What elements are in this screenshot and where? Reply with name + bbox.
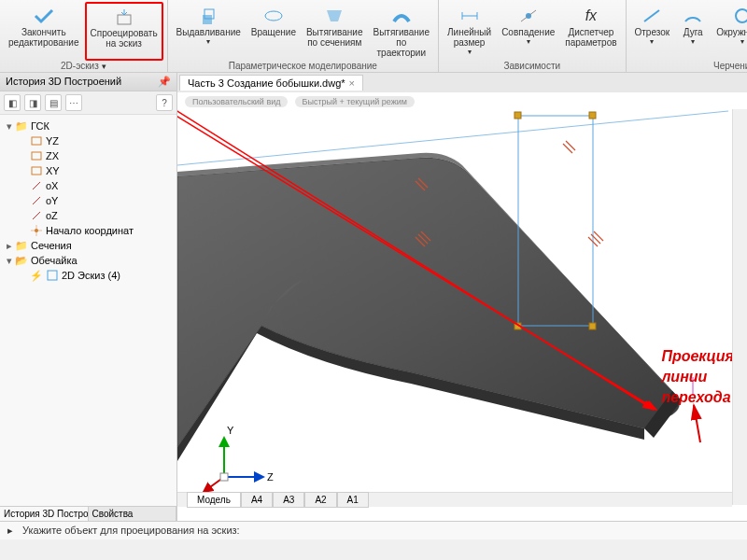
loft-button[interactable]: Вытягиваниепо сечениям: [302, 2, 368, 61]
vertical-scrollbar[interactable]: [732, 109, 747, 505]
dimension-icon: [457, 5, 483, 27]
tool-layers-icon[interactable]: ▤: [45, 94, 62, 111]
expand-icon[interactable]: ▸: [4, 240, 15, 252]
tool-help-icon[interactable]: ?: [156, 94, 173, 111]
line-button[interactable]: Отрезок ▾: [630, 2, 675, 61]
svg-line-36: [694, 405, 700, 442]
axis-gizmo[interactable]: X Y Z: [196, 419, 280, 503]
folder-icon: 📁: [15, 239, 28, 252]
dropdown-arrow-icon[interactable]: ▾: [527, 37, 530, 46]
history-tree[interactable]: ▾📁ГСК YZ ZX XY oX oY oZ Начало координат…: [0, 115, 176, 506]
tree-label: 2D Эскиз (4): [62, 270, 120, 281]
finish-edit-button[interactable]: Закончитьредактирование: [4, 2, 84, 61]
document-tabs: Часть 3 Создание бобышки.dwg* ×: [177, 73, 747, 92]
tab-a3[interactable]: A3: [273, 492, 304, 508]
tab-a2[interactable]: A2: [304, 492, 336, 508]
folder-icon: 📁: [15, 119, 28, 133]
button-label: Вращение: [251, 27, 296, 37]
plane-icon: [30, 134, 43, 147]
svg-point-6: [736, 9, 747, 22]
tab-a1[interactable]: A1: [337, 492, 369, 508]
pin-icon[interactable]: 📌: [158, 76, 171, 88]
tree-label: Сечения: [31, 240, 72, 251]
dropdown-arrow-icon[interactable]: ▾: [102, 62, 106, 71]
tree-label: XY: [46, 165, 60, 176]
svg-line-15: [33, 197, 40, 204]
button-label: Совпадение: [501, 27, 555, 37]
command-line[interactable]: ▸ Укажите объект для проецирования на эс…: [0, 521, 747, 539]
svg-line-14: [33, 182, 40, 189]
collapse-icon[interactable]: ▾: [4, 255, 15, 267]
close-tab-icon[interactable]: ×: [349, 77, 355, 89]
tab-history[interactable]: История 3D Построе...: [0, 507, 89, 521]
tree-item-plane[interactable]: ZX: [4, 148, 173, 163]
tool-more-icon[interactable]: ⋯: [65, 94, 82, 111]
revolve-icon: [261, 5, 287, 27]
tree-item-axis[interactable]: oY: [4, 193, 173, 208]
document-tab[interactable]: Часть 3 Создание бобышки.dwg* ×: [179, 75, 363, 91]
parameters-button[interactable]: fx Диспетчерпараметров: [560, 2, 621, 61]
tree-item-plane[interactable]: YZ: [4, 133, 173, 148]
tree-item-sketch[interactable]: ⚡2D Эскиз (4): [4, 268, 173, 283]
tool-new-icon[interactable]: ◧: [4, 94, 21, 111]
dropdown-arrow-icon[interactable]: ▾: [468, 48, 472, 56]
svg-rect-22: [589, 112, 596, 119]
arc-button[interactable]: Дуга ▾: [675, 2, 711, 61]
tree-item-gsk[interactable]: ▾📁ГСК: [4, 119, 173, 133]
svg-rect-13: [32, 167, 41, 175]
tree-item-axis[interactable]: oX: [4, 178, 173, 193]
folder-yellow-icon: 📂: [15, 254, 28, 267]
annotation-line: перехода: [661, 387, 734, 408]
canvas[interactable]: Пользовательский вид Быстрый + текущий р…: [177, 92, 747, 521]
tab-a4[interactable]: A4: [241, 492, 273, 508]
tree-item-axis[interactable]: oZ: [4, 208, 173, 223]
dropdown-arrow-icon[interactable]: ▾: [650, 37, 654, 46]
collapse-icon[interactable]: ▾: [4, 120, 15, 133]
svg-line-5: [644, 10, 659, 21]
tab-model[interactable]: Модель: [187, 492, 241, 508]
extrude-button[interactable]: Выдавливание ▾: [172, 2, 246, 61]
tab-properties[interactable]: Свойства: [89, 507, 177, 521]
annotation-line: Проекция: [661, 346, 734, 367]
project-icon: [111, 6, 137, 28]
button-label: Дуга: [684, 27, 703, 37]
ribbon-group-sketch: Закончитьредактирование Спроецироватьна …: [0, 0, 168, 72]
svg-line-28: [566, 141, 575, 150]
dropdown-arrow-icon[interactable]: ▾: [691, 37, 695, 46]
button-label: Спроецироватьна эскиз: [91, 28, 158, 49]
extrude-icon: [195, 5, 221, 27]
prompt-icon: ▸: [7, 525, 19, 537]
panel-tabs: История 3D Построе... Свойства: [0, 506, 176, 521]
tree-item-plane[interactable]: XY: [4, 163, 173, 178]
plane-icon: [30, 149, 43, 162]
sketch-icon: [46, 269, 59, 282]
tree-label: oZ: [46, 210, 58, 221]
group-title: Зависимости: [443, 61, 622, 72]
tree-item-sections[interactable]: ▸📁Сечения: [4, 238, 173, 253]
dimension-button[interactable]: Линейныйразмер ▾: [443, 2, 496, 61]
tree-item-origin[interactable]: Начало координат: [4, 223, 173, 238]
project-to-sketch-button[interactable]: Спроецироватьна эскиз: [85, 2, 163, 61]
tool-cube-icon[interactable]: ◨: [24, 94, 41, 111]
dropdown-arrow-icon[interactable]: ▾: [206, 37, 210, 46]
coincident-button[interactable]: Совпадение ▾: [497, 2, 559, 61]
annotation-text: Проекция линии перехода: [661, 346, 734, 408]
line-icon: [639, 5, 665, 27]
bolt-icon: ⚡: [30, 269, 43, 282]
tree-label: oX: [46, 180, 58, 191]
fx-icon: fx: [578, 5, 604, 27]
circle-icon: [729, 5, 747, 27]
axis-icon: [30, 209, 43, 222]
viewport: Часть 3 Создание бобышки.dwg* × Пользова…: [177, 73, 747, 521]
tree-item-shell[interactable]: ▾📂Обечайка: [4, 253, 173, 268]
svg-line-20: [177, 111, 728, 165]
tree-label: oY: [46, 195, 58, 206]
horizontal-scrollbar[interactable]: Модель A4 A3 A2 A1: [177, 492, 732, 507]
dropdown-arrow-icon[interactable]: ▾: [740, 37, 744, 46]
circle-button[interactable]: Окружность ▾: [712, 2, 747, 61]
revolve-button[interactable]: Вращение: [247, 2, 301, 61]
tree-label: YZ: [46, 135, 59, 147]
document-name: Часть 3 Создание бобышки.dwg*: [188, 77, 345, 89]
svg-line-34: [594, 231, 603, 241]
sweep-button[interactable]: Вытягиваниепо траектории: [368, 2, 434, 61]
